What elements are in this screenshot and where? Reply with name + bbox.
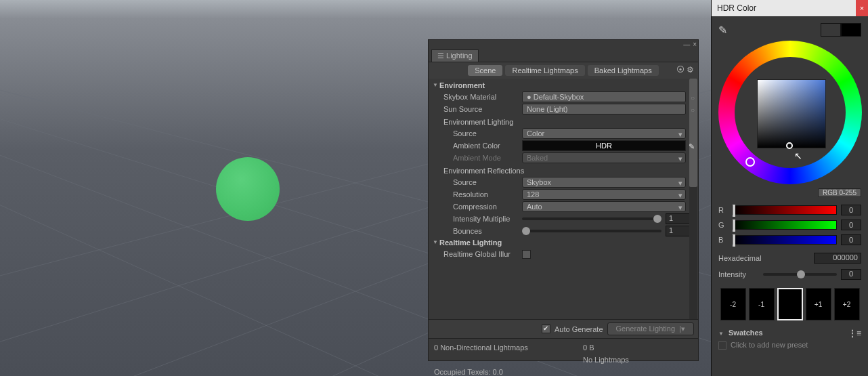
tab-baked-lightmaps[interactable]: Baked Lightmaps bbox=[588, 65, 659, 76]
skybox-material-field[interactable]: ● Default-Skybox bbox=[522, 91, 686, 102]
window-tab-bar: ☰ Lighting bbox=[429, 49, 698, 62]
swatches-menu-icon[interactable]: ⋮≡ bbox=[848, 329, 861, 338]
saturation-value-box[interactable] bbox=[757, 79, 826, 148]
lighting-body: Environment Skybox Material ● Default-Sk… bbox=[429, 79, 698, 319]
lighting-tab[interactable]: ☰ Lighting bbox=[431, 49, 479, 62]
bounces-slider[interactable]: 1 bbox=[522, 226, 693, 236]
r-slider[interactable] bbox=[732, 205, 837, 215]
ambient-mode-dropdown: Baked bbox=[522, 152, 686, 163]
lighting-stats: 0 Non-Directional Lightmaps0 B No Lightm… bbox=[429, 338, 698, 376]
intensity-value[interactable]: 0 bbox=[841, 269, 861, 280]
intensity-slider[interactable] bbox=[763, 273, 837, 276]
sv-handle[interactable] bbox=[786, 142, 793, 149]
section-realtime-lighting[interactable]: Realtime Lighting bbox=[431, 237, 695, 248]
auto-generate-label: Auto Generate bbox=[555, 325, 603, 333]
color-wheel[interactable]: ↖ bbox=[718, 41, 862, 184]
g-value[interactable]: 0 bbox=[841, 220, 861, 230]
intensity-label: Intensity bbox=[718, 270, 759, 278]
bounces-label: Bounces bbox=[443, 227, 522, 235]
settings-gear-icon[interactable]: ⚙ bbox=[687, 65, 694, 75]
skybox-material-label: Skybox Material bbox=[443, 93, 522, 101]
hex-input[interactable]: 000000 bbox=[814, 253, 861, 264]
intensity-mult-label: Intensity Multiplie bbox=[443, 215, 522, 223]
exposure-stop-minus1[interactable]: -1 bbox=[749, 288, 775, 320]
b-value[interactable]: 0 bbox=[841, 234, 861, 245]
global-illum-label: Realtime Global Illur bbox=[443, 250, 522, 258]
ambient-color-label: Ambient Color bbox=[443, 142, 522, 150]
intensity-thumb[interactable] bbox=[797, 270, 805, 278]
close-button[interactable]: × bbox=[856, 0, 868, 16]
resolution-dropdown[interactable]: 128 bbox=[522, 189, 686, 200]
g-slider[interactable] bbox=[732, 220, 837, 230]
color-mode-dropdown[interactable]: RGB 0-255 bbox=[818, 188, 861, 197]
help-icon[interactable]: ⦿ bbox=[676, 65, 685, 75]
cursor-icon: ↖ bbox=[794, 150, 802, 161]
exposure-stop-plus2[interactable]: +2 bbox=[834, 288, 860, 320]
ambient-mode-label: Ambient Mode bbox=[443, 154, 522, 162]
sphere-gameobject[interactable] bbox=[216, 157, 280, 221]
minimize-icon[interactable]: — bbox=[683, 41, 690, 49]
eyedropper-icon[interactable]: ✎ bbox=[718, 24, 727, 37]
hue-handle[interactable] bbox=[745, 157, 755, 167]
swatches-section[interactable]: Swatches⋮≡ bbox=[712, 326, 868, 339]
compression-label: Compression bbox=[443, 203, 522, 211]
lighting-window: — × ☰ Lighting Scene Realtime Lightmaps … bbox=[428, 39, 699, 361]
source-dropdown[interactable]: Color bbox=[522, 128, 686, 139]
color-preview bbox=[821, 23, 861, 37]
g-label: G bbox=[718, 221, 728, 229]
hdr-title-bar[interactable]: HDR Color × bbox=[712, 0, 868, 16]
intensity-slider[interactable]: 1 bbox=[522, 213, 693, 224]
empty-swatch-icon bbox=[718, 341, 726, 350]
previous-color-swatch[interactable] bbox=[821, 23, 841, 37]
exposure-stop-0[interactable] bbox=[777, 288, 803, 320]
env-reflections-subhead: Environment Reflections bbox=[431, 164, 695, 176]
exposure-stop-minus2[interactable]: -2 bbox=[720, 288, 746, 320]
tab-scene[interactable]: Scene bbox=[468, 65, 502, 76]
compression-dropdown[interactable]: Auto bbox=[522, 201, 686, 212]
refl-source-label: Source bbox=[443, 178, 522, 186]
sun-source-field[interactable]: None (Light) bbox=[522, 104, 686, 114]
tab-realtime-lightmaps[interactable]: Realtime Lightmaps bbox=[505, 65, 584, 76]
sun-source-label: Sun Source bbox=[443, 105, 522, 113]
source-label: Source bbox=[443, 129, 522, 138]
refl-source-dropdown[interactable]: Skybox bbox=[522, 177, 686, 188]
section-environment[interactable]: Environment bbox=[431, 80, 695, 91]
add-preset-button[interactable]: Click to add new preset bbox=[712, 339, 868, 351]
exposure-stop-plus1[interactable]: +1 bbox=[806, 288, 831, 320]
hex-label: Hexadecimal bbox=[718, 254, 814, 262]
env-lighting-subhead: Environment Lighting bbox=[431, 115, 695, 127]
auto-generate-checkbox[interactable] bbox=[542, 325, 550, 333]
lighting-icon: ☰ bbox=[437, 51, 446, 60]
b-label: B bbox=[718, 236, 728, 244]
material-icon: ● bbox=[527, 93, 534, 101]
resolution-label: Resolution bbox=[443, 190, 522, 199]
global-illum-checkbox[interactable] bbox=[522, 250, 531, 259]
window-controls: — × bbox=[429, 40, 698, 49]
r-value[interactable]: 0 bbox=[841, 205, 861, 215]
r-label: R bbox=[718, 206, 728, 214]
hdr-color-window: HDR Color × ✎ ↖ RGB 0-255 R 0 G 0 B 0 bbox=[711, 0, 868, 376]
current-color-swatch bbox=[841, 23, 861, 37]
b-slider[interactable] bbox=[732, 235, 837, 245]
lighting-toolbar: Scene Realtime Lightmaps Baked Lightmaps… bbox=[429, 62, 698, 79]
generate-lighting-button[interactable]: Generate Lighting |▾ bbox=[607, 322, 694, 335]
close-icon[interactable]: × bbox=[693, 41, 697, 49]
generate-bar: Auto Generate Generate Lighting |▾ bbox=[429, 319, 698, 338]
ambient-color-field[interactable]: HDR bbox=[522, 140, 686, 151]
